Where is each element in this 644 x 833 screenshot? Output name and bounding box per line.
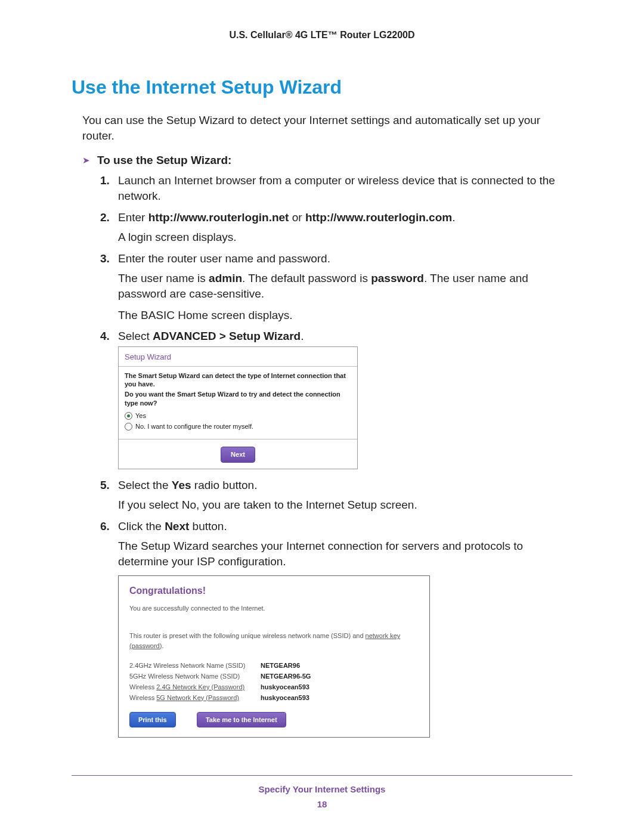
- step-5-detail: If you select No, you are taken to the I…: [118, 497, 572, 513]
- table-row: Wireless 5G Network Key (Password) husky…: [129, 693, 419, 702]
- document-header: U.S. Cellular® 4G LTE™ Router LG2200D: [72, 30, 572, 41]
- setup-wizard-screenshot: Setup Wizard The Smart Setup Wizard can …: [118, 346, 358, 469]
- task-heading: ➤ To use the Setup Wizard:: [82, 154, 572, 167]
- key-24g-link[interactable]: 2.4G Network Key (Password): [156, 683, 244, 690]
- step-1-text: Launch an Internet browser from a comput…: [118, 174, 555, 202]
- section-title: Use the Internet Setup Wizard: [72, 76, 572, 98]
- radio-no[interactable]: No. I want to configure the router mysel…: [125, 422, 351, 431]
- table-row: Wireless 2.4G Network Key (Password) hus…: [129, 683, 419, 692]
- step-6-detail: The Setup Wizard searches your Internet …: [118, 538, 572, 569]
- step-list: Launch an Internet browser from a comput…: [100, 173, 572, 738]
- task-label: To use the Setup Wizard:: [97, 154, 231, 167]
- radio-icon: [125, 412, 132, 420]
- wizard-prompt-2: Do you want the Smart Setup Wizard to tr…: [125, 390, 351, 408]
- page-number: 18: [72, 799, 572, 809]
- step-2-detail: A login screen displays.: [118, 230, 572, 245]
- key-5g-link[interactable]: 5G Network Key (Password): [156, 694, 239, 701]
- step-3-detail-2: The BASIC Home screen displays.: [118, 308, 572, 323]
- step-4-text: Select ADVANCED > Setup Wizard.: [118, 330, 304, 342]
- congratulations-screenshot: Congratulations! You are successfully co…: [118, 575, 430, 738]
- step-3-text: Enter the router user name and password.: [118, 252, 330, 265]
- step-1: Launch an Internet browser from a comput…: [100, 173, 572, 203]
- step-5: Select the Yes radio button. If you sele…: [100, 478, 572, 513]
- wizard-prompt-1: The Smart Setup Wizard can detect the ty…: [125, 371, 351, 389]
- take-me-to-internet-button[interactable]: Take me to the Internet: [197, 712, 286, 728]
- network-info-table: 2.4GHz Wireless Network Name (SSID) NETG…: [129, 661, 419, 702]
- step-6-text: Click the Next button.: [118, 520, 227, 532]
- key-24g: huskyocean593: [261, 683, 309, 692]
- radio-yes-label: Yes: [135, 411, 146, 420]
- congrats-title: Congratulations!: [129, 584, 419, 597]
- key-5g: huskyocean593: [261, 693, 309, 702]
- radio-yes[interactable]: Yes: [125, 411, 351, 420]
- ssid-24g: NETGEAR96: [261, 661, 300, 670]
- radio-icon: [125, 423, 132, 431]
- print-button[interactable]: Print this: [129, 712, 176, 728]
- chapter-title: Specify Your Internet Settings: [72, 784, 572, 794]
- next-button[interactable]: Next: [221, 447, 255, 463]
- step-3: Enter the router user name and password.…: [100, 251, 572, 323]
- chevron-right-icon: ➤: [82, 155, 90, 166]
- step-6: Click the Next button. The Setup Wizard …: [100, 519, 572, 738]
- step-4: Select ADVANCED > Setup Wizard. Setup Wi…: [100, 329, 572, 469]
- congrats-subtitle: You are successfully connected to the In…: [129, 604, 419, 613]
- step-3-detail-1: The user name is admin. The default pass…: [118, 271, 572, 301]
- table-row: 2.4GHz Wireless Network Name (SSID) NETG…: [129, 661, 419, 670]
- wizard-title: Setup Wizard: [119, 347, 357, 367]
- step-5-text: Select the Yes radio button.: [118, 479, 257, 491]
- ssid-5g: NETGEAR96-5G: [261, 672, 311, 681]
- intro-paragraph: You can use the Setup Wizard to detect y…: [82, 113, 572, 143]
- step-2-text: Enter http://www.routerlogin.net or http…: [118, 211, 455, 224]
- radio-no-label: No. I want to configure the router mysel…: [135, 422, 253, 431]
- table-row: 5GHz Wireless Network Name (SSID) NETGEA…: [129, 672, 419, 681]
- page-footer: Specify Your Internet Settings 18: [72, 775, 572, 809]
- step-2: Enter http://www.routerlogin.net or http…: [100, 210, 572, 245]
- congrats-preset-text: This router is preset with the following…: [129, 631, 419, 651]
